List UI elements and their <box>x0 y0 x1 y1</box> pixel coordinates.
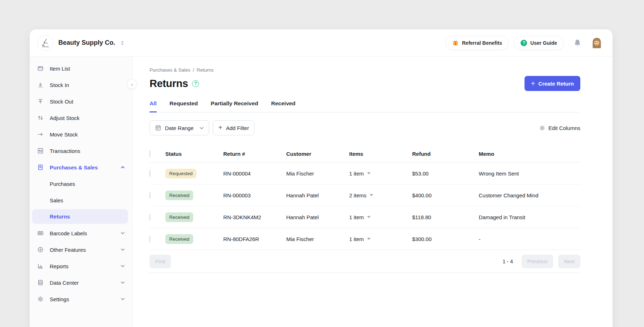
items-dropdown[interactable]: 1 item <box>349 170 412 177</box>
sidebar-item-barcode-labels[interactable]: Barcode Labels <box>30 225 132 241</box>
create-return-label: Create Return <box>538 81 574 87</box>
add-filter-label: Add Filter <box>226 125 249 131</box>
column-header-memo[interactable]: Memo <box>479 151 580 157</box>
sidebar-subitem-returns[interactable]: Returns <box>32 209 128 224</box>
user-guide-label: User Guide <box>530 40 557 46</box>
tab-partially-received[interactable]: Partially Received <box>211 100 258 112</box>
customer-name: Hannah Patel <box>286 192 349 198</box>
sidebar-item-stock-in[interactable]: Stock In <box>30 77 132 93</box>
transactions-icon <box>37 147 44 154</box>
bar-chart-icon <box>37 263 44 270</box>
sidebar-item-label: Reports <box>50 263 69 269</box>
main-content: Purchases & Sales / Returns Returns ? + … <box>132 57 613 327</box>
user-avatar[interactable] <box>590 37 603 49</box>
column-header-customer[interactable]: Customer <box>286 151 349 157</box>
plus-circle-icon <box>37 246 44 253</box>
sidebar-item-label: Move Stock <box>50 131 78 138</box>
date-range-dropdown[interactable]: Date Range <box>150 120 209 135</box>
select-all-checkbox[interactable] <box>150 150 150 157</box>
app-window: beauty Beauty Supply Co. Referral Benefi… <box>30 29 613 327</box>
top-header: beauty Beauty Supply Co. Referral Benefi… <box>30 29 613 57</box>
chevron-down-icon <box>121 231 125 235</box>
sidebar-item-reports[interactable]: Reports <box>30 258 132 274</box>
memo-text: - <box>479 236 580 242</box>
arrow-right-icon <box>37 131 44 138</box>
sidebar-item-label: Sales <box>50 197 63 203</box>
sidebar-item-item-list[interactable]: Item List <box>30 60 132 77</box>
notifications-bell-icon[interactable] <box>573 39 582 47</box>
row-checkbox[interactable] <box>150 214 150 221</box>
sidebar-collapse-button[interactable]: ‹ <box>127 79 137 89</box>
pagination: First 1 - 4 Previous Next <box>150 250 580 273</box>
row-checkbox[interactable] <box>150 170 150 177</box>
chevron-down-icon <box>121 247 125 252</box>
referral-benefits-button[interactable]: Referral Benefits <box>445 36 509 50</box>
items-dropdown[interactable]: 2 items <box>349 192 412 198</box>
customer-name: Mia Fischer <box>286 170 349 177</box>
org-switcher-icon[interactable] <box>120 40 125 46</box>
breadcrumb-section[interactable]: Purchases & Sales <box>150 67 190 73</box>
sidebar-item-label: Returns <box>50 213 70 220</box>
sidebar-item-label: Item List <box>50 66 70 72</box>
arrow-down-tray-icon <box>37 81 44 88</box>
items-dropdown[interactable]: 1 item <box>349 236 412 242</box>
items-dropdown[interactable]: 1 item <box>349 214 412 220</box>
refund-amount: $400.00 <box>412 192 479 198</box>
items-count: 1 item <box>349 214 364 220</box>
arrows-up-down-icon <box>37 114 44 121</box>
sidebar-item-label: Barcode Labels <box>50 230 87 236</box>
row-checkbox[interactable] <box>150 192 150 199</box>
sidebar-item-purchases-sales[interactable]: Purchases & Sales <box>30 159 132 175</box>
memo-text: Damaged in Transit <box>479 214 580 220</box>
tab-all[interactable]: All <box>150 100 157 112</box>
triangle-down-icon <box>367 238 371 240</box>
items-count: 1 item <box>349 236 364 242</box>
customer-name: Hannah Patel <box>286 214 349 220</box>
create-return-button[interactable]: + Create Return <box>525 76 580 91</box>
gear-icon <box>539 125 545 131</box>
help-icon[interactable]: ? <box>192 80 199 87</box>
table-header-row: Status Return # Customer Items Refund Me… <box>150 145 580 163</box>
sidebar-item-move-stock[interactable]: Move Stock <box>30 126 132 143</box>
barcode-icon <box>37 230 44 237</box>
status-badge: Received <box>165 191 193 200</box>
sidebar-item-transactions[interactable]: Transactions <box>30 143 132 159</box>
table-row[interactable]: Received RN-80DFA26R Mia Fischer 1 item … <box>150 228 580 250</box>
date-range-label: Date Range <box>165 125 194 131</box>
refund-amount: $300.00 <box>412 236 479 242</box>
breadcrumb-page: Returns <box>197 67 214 73</box>
column-header-items[interactable]: Items <box>349 151 412 157</box>
table-row[interactable]: Requested RN-000004 Mia Fischer 1 item $… <box>150 163 580 184</box>
sidebar-item-data-center[interactable]: Data Center <box>30 274 132 291</box>
tab-received[interactable]: Received <box>271 100 296 112</box>
sidebar-subitem-sales[interactable]: Sales <box>30 192 132 208</box>
table-row[interactable]: Received RN-3DKNK4M2 Hannah Patel 1 item… <box>150 206 580 228</box>
sidebar-subitem-purchases[interactable]: Purchases <box>30 175 132 192</box>
edit-columns-button[interactable]: Edit Columns <box>539 125 580 131</box>
company-logo: beauty <box>38 35 53 51</box>
add-filter-button[interactable]: + Add Filter <box>213 120 254 135</box>
previous-page-button[interactable]: Previous <box>522 255 553 268</box>
sidebar-item-settings[interactable]: Settings <box>30 291 132 307</box>
column-header-return-no[interactable]: Return # <box>223 151 286 157</box>
column-header-refund[interactable]: Refund <box>412 151 479 157</box>
plus-icon: + <box>218 124 223 131</box>
items-count: 1 item <box>349 170 364 177</box>
column-header-status[interactable]: Status <box>165 151 223 157</box>
sidebar-item-adjust-stock[interactable]: Adjust Stock <box>30 110 132 126</box>
memo-text: Customer Changed Mind <box>479 192 580 198</box>
row-checkbox[interactable] <box>150 236 150 242</box>
user-guide-button[interactable]: ? User Guide <box>514 36 564 50</box>
tab-requested[interactable]: Requested <box>170 100 198 112</box>
plus-icon: + <box>531 80 535 87</box>
sidebar-item-other-features[interactable]: Other Features <box>30 241 132 258</box>
sidebar-item-stock-out[interactable]: Stock Out <box>30 93 132 110</box>
status-badge: Received <box>165 234 193 244</box>
chevron-down-icon <box>199 126 204 130</box>
first-page-button[interactable]: First <box>150 255 171 268</box>
table-row[interactable]: Received RN-000003 Hannah Patel 2 items … <box>150 184 580 206</box>
sidebar-item-label: Stock In <box>50 82 69 88</box>
next-page-button[interactable]: Next <box>558 255 580 268</box>
sidebar-item-label: Transactions <box>50 148 80 154</box>
gift-icon <box>452 40 459 46</box>
